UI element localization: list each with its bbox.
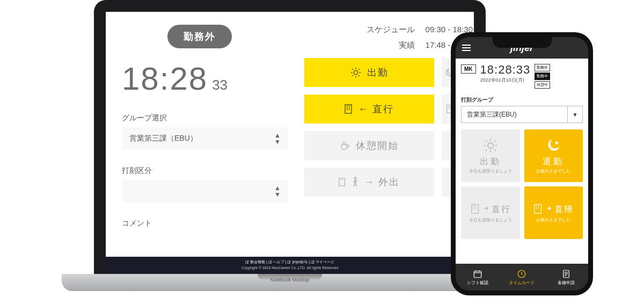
phone-header: MK 18:28:33 2022年01月10日(月) 勤務外 勤務中 休憩中: [456, 59, 588, 92]
group-select-value: 営業第三課（EBU）: [129, 134, 197, 143]
direct-return-tile[interactable]: 直帰 お疲れさまでした: [524, 186, 583, 239]
document-icon: [561, 269, 571, 279]
direct-return-tile-sub: お疲れさまでした: [536, 217, 570, 223]
svg-line-6: [358, 75, 360, 76]
attend-tile[interactable]: 出勤 今日も頑張りましょう: [461, 129, 520, 182]
phone-mockup: jinjer MK 18:28:33 2022年01月10日(月) 勤務外 勤務…: [451, 32, 593, 295]
phone-status-tags: 勤務外 勤務中 休憩中: [535, 64, 550, 89]
svg-line-8: [358, 69, 360, 70]
direct-go-tile[interactable]: 直行 今日も頑張りましょう: [461, 186, 520, 239]
sun-icon: [482, 137, 499, 154]
phone-group-value: 営業第三課(EBU): [467, 110, 517, 119]
phone-group-label: 打刻グループ: [461, 92, 583, 106]
phone-clock: 18:28:33: [480, 63, 531, 77]
svg-rect-21: [339, 178, 345, 186]
svg-rect-9: [345, 105, 352, 113]
go-out-button-label: → 外出: [364, 176, 400, 189]
current-time: 18:28 33: [122, 60, 277, 97]
actual-label: 実績: [399, 40, 415, 50]
walking-person-icon: [351, 177, 358, 187]
leave-tile[interactable]: 退勤 お疲れさまでした: [524, 129, 583, 182]
phone-clock-block: 18:28:33 2022年01月10日(月): [480, 63, 531, 84]
svg-line-30: [485, 141, 487, 142]
direct-go-tile-sub: 今日も頑張りましょう: [469, 217, 512, 223]
laptop-frame: 勤務外 18:28 33 グループ選択 営業第三課（EBU） ▲▼ 打刻区分: [94, 0, 486, 274]
svg-point-25: [488, 143, 493, 148]
svg-line-32: [485, 149, 487, 151]
action-button-grid: 出勤 退 ← 直行: [304, 58, 474, 197]
arrow-right-icon: [546, 205, 552, 212]
status-tag-in: 勤務中: [535, 73, 550, 80]
desktop-right-column: スケジュール 09:30 - 18:30 実績 17:48 - 18:28 出勤: [294, 12, 474, 252]
attend-tile-sub: 今日も頑張りましょう: [469, 168, 512, 174]
attend-button[interactable]: 出勤: [304, 58, 434, 87]
svg-rect-48: [474, 271, 481, 277]
schedule-label: スケジュール: [367, 25, 415, 35]
laptop-mockup: 勤務外 18:28 33 グループ選択 営業第三課（EBU） ▲▼ 打刻区分: [62, 0, 518, 291]
clock-sec: 33: [212, 77, 228, 93]
go-out-button[interactable]: → 外出: [304, 168, 434, 197]
leave-tile-title: 退勤: [543, 156, 564, 168]
phone-screen: jinjer MK 18:28:33 2022年01月10日(月) 勤務外 勤務…: [456, 37, 588, 291]
status-badge: 勤務外: [167, 25, 232, 48]
laptop-base: Notebook Mockup: [62, 274, 518, 291]
chevron-down-icon: ▼: [567, 106, 582, 122]
attend-tile-title: 出勤: [480, 156, 501, 168]
building-icon: [344, 104, 353, 114]
desktop-footer: ぼ 教会情報 | ぼ ヘルプ | ぼ jinjer給与 | ぼ マイページ Co…: [106, 257, 474, 274]
building-icon: [533, 202, 544, 214]
svg-point-0: [354, 70, 357, 74]
footer-links[interactable]: ぼ 教会情報 | ぼ ヘルプ | ぼ jinjer給与 | ぼ マイページ: [106, 259, 474, 265]
laptop-screen: 勤務外 18:28 33 グループ選択 営業第三課（EBU） ▲▼ 打刻区分: [106, 12, 474, 274]
punch-type-select[interactable]: ▲▼: [122, 180, 288, 202]
phone-bottom-nav: シフト確認 タイムカード 各種申請: [456, 264, 588, 291]
direct-go-button-label: ← 直行: [358, 103, 394, 115]
phone-tile-grid: 出勤 今日も頑張りましょう 退勤 お疲れさまでした 直行 今日も頑張りましょう: [461, 129, 583, 239]
nav-apply-label: 各種申請: [558, 280, 575, 286]
phone-group-select[interactable]: 営業第三課(EBU) ▼: [461, 106, 583, 123]
desktop-app: 勤務外 18:28 33 グループ選択 営業第三課（EBU） ▲▼ 打刻区分: [106, 12, 474, 252]
menu-icon[interactable]: [462, 45, 471, 51]
group-select[interactable]: 営業第三課（EBU） ▲▼: [122, 127, 288, 150]
clock-hhmm: 18:28: [122, 60, 208, 97]
building-icon: [470, 202, 481, 214]
break-start-button-label: 休憩開始: [356, 139, 399, 152]
calendar-icon: [473, 269, 482, 279]
direct-go-tile-title: 直行: [492, 204, 511, 215]
nav-apply[interactable]: 各種申請: [544, 264, 588, 291]
svg-point-24: [354, 177, 356, 179]
chevron-updown-icon: ▲▼: [274, 132, 281, 145]
punch-type-label: 打刻区分: [122, 166, 277, 176]
schedule-row: スケジュール 09:30 - 18:30: [304, 25, 474, 35]
nav-timecard-label: タイムカード: [509, 280, 535, 286]
comment-label: コメント: [122, 219, 277, 228]
phone-notch: [493, 37, 552, 48]
status-tag-out: 勤務外: [535, 64, 550, 71]
phone-date: 2022年01月10日(月): [480, 77, 531, 84]
clock-icon: [517, 269, 526, 279]
nav-shift[interactable]: シフト確認: [456, 264, 500, 291]
building-icon: [338, 177, 346, 187]
svg-line-5: [352, 69, 353, 70]
phone-body: 打刻グループ 営業第三課(EBU) ▼ 出勤 今日も頑張りましょう 退勤 お疲れ…: [456, 92, 588, 264]
footer-copyright: Copyright © 2018 NeoCareer Co.,LTD. All …: [106, 265, 474, 271]
status-tag-rest: 休憩中: [535, 81, 550, 89]
actual-row: 実績 17:48 - 18:28: [304, 40, 474, 50]
nav-shift-label: シフト確認: [467, 280, 488, 286]
moon-star-icon: [545, 137, 561, 154]
chevron-updown-icon: ▲▼: [274, 185, 281, 198]
leave-tile-sub: お疲れさまでした: [536, 168, 570, 174]
desktop-left-column: 勤務外 18:28 33 グループ選択 営業第三課（EBU） ▲▼ 打刻区分: [106, 12, 294, 252]
arrow-right-icon: [483, 205, 489, 212]
direct-return-tile-title: 直帰: [554, 204, 574, 215]
break-start-button[interactable]: 休憩開始: [304, 131, 434, 160]
nav-timecard[interactable]: タイムカード: [500, 264, 544, 291]
svg-line-7: [352, 75, 353, 76]
group-select-label: グループ選択: [122, 113, 277, 123]
mk-badge: MK: [461, 64, 476, 74]
direct-go-button[interactable]: ← 直行: [304, 95, 434, 124]
attend-button-label: 出勤: [367, 66, 389, 79]
svg-line-31: [494, 149, 496, 151]
laptop-mockup-label: Notebook Mockup: [62, 277, 518, 283]
coffee-icon: [340, 141, 350, 150]
